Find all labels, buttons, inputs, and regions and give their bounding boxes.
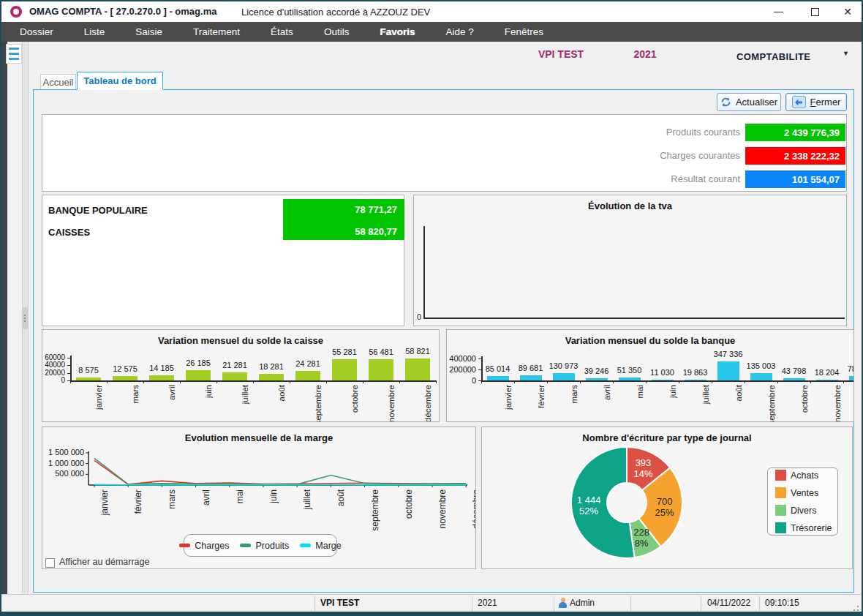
menu-bar: DossierListeSaisieTraitementÉtatsOutilsF… bbox=[1, 22, 862, 42]
bar-octobre bbox=[783, 378, 805, 380]
y-tick-label: 0 bbox=[42, 377, 65, 384]
hamburger-menu-icon[interactable] bbox=[6, 44, 22, 64]
close-button[interactable]: ✕ bbox=[840, 4, 856, 20]
legend-label: Divers bbox=[791, 506, 816, 516]
x-label-avril: avril bbox=[167, 385, 177, 400]
marge-legend: ChargesProduitsMarge bbox=[184, 534, 337, 557]
bar-mai bbox=[619, 378, 641, 380]
refresh-button[interactable]: Actualiser bbox=[717, 93, 781, 111]
refresh-button-label: Actualiser bbox=[736, 97, 777, 108]
bar-janvier bbox=[76, 378, 101, 380]
menu-item--tats[interactable]: États bbox=[255, 22, 309, 42]
slice-label-ventes: 25% bbox=[655, 507, 674, 518]
show-at-startup-checkbox[interactable] bbox=[45, 558, 55, 568]
kpi-row-r-sultat-courant: Résultat courant101 554,07 bbox=[42, 170, 846, 188]
x-label-septembre: septembre bbox=[313, 385, 323, 422]
minimize-icon bbox=[774, 12, 783, 12]
menu-item-aide-[interactable]: Aide ? bbox=[430, 22, 489, 42]
minimize-button[interactable] bbox=[770, 4, 786, 20]
bar-value-ao-t: 347 336 bbox=[704, 350, 753, 358]
scrollbar-grip-dots bbox=[24, 315, 26, 322]
x-label-avril: avril bbox=[201, 489, 211, 506]
series-charges bbox=[94, 460, 466, 484]
maximize-button[interactable] bbox=[807, 4, 823, 20]
journal-donut-chart: 39314%70025%2288%1 44452% bbox=[562, 438, 691, 567]
series-produits bbox=[94, 458, 466, 484]
banque-chart-panel: Variation mensuel du solde la banque 020… bbox=[446, 329, 854, 422]
back-arrow-icon bbox=[792, 96, 806, 108]
x-label-janvier: janvier bbox=[94, 385, 104, 410]
menu-item-favoris[interactable]: Favoris bbox=[364, 22, 430, 42]
header-company: VPI TEST bbox=[513, 48, 608, 60]
kpi-label: Charges courantes bbox=[660, 150, 740, 161]
bar-juillet bbox=[222, 372, 247, 380]
y-tick-label: 60000 bbox=[42, 354, 65, 361]
close-tab-button[interactable]: Fermer bbox=[785, 93, 847, 111]
legend-label: Produits bbox=[255, 541, 289, 551]
title-bar[interactable]: OMAG COMPTA - [ 27.0.270.0 ] - omag.ma L… bbox=[1, 1, 862, 22]
menu-item-outils[interactable]: Outils bbox=[309, 22, 365, 42]
bar-juin bbox=[186, 370, 211, 380]
kpi-value: 101 554,07 bbox=[745, 170, 845, 188]
slice-label-divers: 228 bbox=[633, 527, 649, 538]
app-window: OMAG COMPTA - [ 27.0.270.0 ] - omag.ma L… bbox=[0, 0, 863, 616]
x-label-mai: mai bbox=[635, 385, 645, 399]
bar-juin bbox=[652, 380, 674, 380]
tab-accueil[interactable]: Accueil bbox=[40, 74, 76, 89]
menu-item-traitement[interactable]: Traitement bbox=[178, 22, 255, 42]
y-tick bbox=[478, 358, 481, 359]
menu-item-fen-tres[interactable]: Fenêtres bbox=[489, 22, 559, 42]
tva-y-axis bbox=[423, 226, 425, 318]
x-label-juin: juin bbox=[268, 489, 279, 503]
legend-swatch-marge bbox=[300, 544, 311, 547]
statusbar-divider bbox=[630, 596, 631, 611]
statusbar-year: 2021 bbox=[478, 598, 497, 608]
x-label-d-cembre: décembre bbox=[423, 385, 433, 422]
marge-chart-panel: Evolution mensuelle de la marge 500 0001… bbox=[42, 427, 476, 569]
left-light-rail bbox=[7, 42, 23, 594]
x-label-ao-t: août bbox=[276, 385, 287, 401]
x-label-janvier: janvier bbox=[503, 385, 513, 410]
x-tick bbox=[253, 380, 254, 383]
accounts-panel: BANQUE POPULAIRE78 771,27CAISSES58 820,7… bbox=[42, 195, 404, 326]
status-bar: VPI TEST2021Admin04/11/202209:10:15 bbox=[1, 594, 862, 612]
resize-grip[interactable] bbox=[850, 602, 859, 611]
legend-swatch-divers bbox=[775, 505, 786, 516]
x-tick bbox=[436, 380, 437, 383]
license-text: Licence d'utilisation accordé à AZZOUZ D… bbox=[241, 7, 430, 18]
x-tick bbox=[180, 380, 181, 383]
menu-item-dossier[interactable]: Dossier bbox=[4, 22, 69, 42]
window-title: OMAG COMPTA - [ 27.0.270.0 ] - omag.ma bbox=[29, 6, 216, 17]
bar-janvier bbox=[487, 376, 509, 380]
x-label-novembre: novembre bbox=[386, 385, 396, 422]
bar-octobre bbox=[332, 359, 357, 380]
slice-label-tr-sorerie: 1 444 bbox=[577, 495, 601, 506]
kpi-value: 2 338 222,32 bbox=[745, 147, 845, 165]
x-label-ao-t: août bbox=[734, 385, 744, 401]
x-label-avril: avril bbox=[602, 385, 612, 400]
module-selector[interactable]: COMPTABILITE bbox=[736, 51, 810, 62]
left-dark-rail bbox=[1, 42, 7, 594]
statusbar-divider bbox=[554, 596, 554, 611]
chevron-down-icon[interactable]: ▼ bbox=[843, 50, 849, 57]
bar-value-septembre: 24 281 bbox=[283, 359, 333, 368]
menu-item-saisie[interactable]: Saisie bbox=[120, 22, 178, 42]
x-label-ao-t: août bbox=[336, 489, 346, 506]
tab-tableau-de-bord[interactable]: Tableau de bord bbox=[77, 72, 163, 90]
bar-d-cembre bbox=[849, 376, 855, 380]
legend-label: Marge bbox=[315, 541, 341, 551]
bar-value-d-cembre: 78 771 bbox=[835, 364, 855, 373]
statusbar-user: Admin bbox=[570, 598, 595, 608]
account-value: 58 820,77 bbox=[280, 226, 397, 237]
kpi-value: 2 439 776,39 bbox=[745, 124, 845, 141]
caisse-bar-chart: 02000040000600008 575janvier12 575mars14… bbox=[42, 330, 440, 422]
x-tick bbox=[143, 380, 144, 383]
x-label-juillet: juillet bbox=[240, 385, 250, 404]
menu-item-liste[interactable]: Liste bbox=[69, 22, 121, 42]
legend-swatch-produits bbox=[240, 544, 251, 547]
x-tick bbox=[580, 380, 581, 383]
statusbar-time: 09:10:15 bbox=[765, 598, 799, 608]
x-tick bbox=[613, 380, 614, 383]
x-label-septembre: septembre bbox=[766, 385, 777, 422]
tva-chart-title: Évolution de la tva bbox=[414, 200, 846, 211]
